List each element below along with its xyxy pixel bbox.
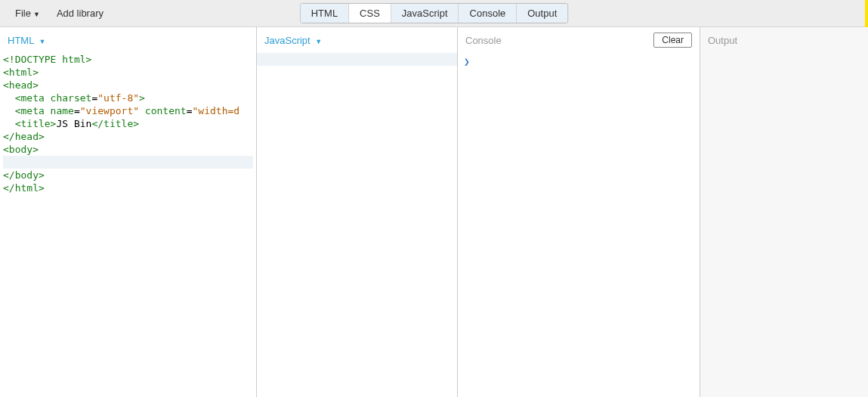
panel-javascript-header[interactable]: JavaScript ▼ <box>257 27 457 53</box>
file-menu[interactable]: File▼ <box>8 3 48 23</box>
add-library-label: Add library <box>57 8 103 19</box>
code-token: JS Bin <box>56 118 91 129</box>
code-token: <html> <box>3 67 39 78</box>
html-code: <!DOCTYPE html> <html> <head> <meta char… <box>0 53 256 194</box>
code-token: </title> <box>91 118 139 129</box>
file-menu-label: File <box>15 8 31 19</box>
code-token: "viewport" <box>80 105 139 116</box>
panel-javascript-title: JavaScript ▼ <box>264 35 322 46</box>
code-token: </body> <box>3 169 45 181</box>
panel-tabs: HTML CSS JavaScript Console Output <box>300 3 569 23</box>
toolbar-left: File▼ Add library <box>8 3 111 23</box>
output-frame <box>700 53 868 397</box>
panel-output-header: Output <box>700 27 868 53</box>
panel-output-title: Output <box>708 35 737 46</box>
right-edge-highlight <box>865 0 868 27</box>
tab-javascript[interactable]: JavaScript <box>391 4 459 23</box>
html-editor[interactable]: <!DOCTYPE html> <html> <head> <meta char… <box>0 53 256 397</box>
panel-javascript: JavaScript ▼ <box>257 27 458 397</box>
tab-console[interactable]: Console <box>459 4 517 23</box>
panel-output: Output <box>700 27 868 397</box>
code-token: <body> <box>3 144 39 155</box>
toolbar: File▼ Add library HTML CSS JavaScript Co… <box>0 0 868 27</box>
code-token: > <box>139 92 145 104</box>
tab-css[interactable]: CSS <box>349 4 391 23</box>
code-token: </head> <box>3 131 45 142</box>
code-token: <meta <box>15 105 45 116</box>
panel-html-title: HTML ▼ <box>8 35 45 46</box>
console-body[interactable]: ❯ <box>458 53 700 397</box>
chevron-down-icon: ▼ <box>33 11 40 18</box>
code-token: "utf-8" <box>97 92 139 104</box>
chevron-down-icon: ▼ <box>39 38 46 45</box>
code-token: </html> <box>3 182 45 194</box>
panel-console-header: Console Clear <box>458 27 700 53</box>
console-prompt-icon: ❯ <box>458 53 700 70</box>
code-token: "width=d <box>193 105 240 116</box>
code-token: <head> <box>3 79 39 91</box>
code-token: charset <box>45 92 92 104</box>
tab-output[interactable]: Output <box>517 4 567 23</box>
code-token: name <box>45 105 74 116</box>
add-library-button[interactable]: Add library <box>49 3 111 23</box>
clear-button[interactable]: Clear <box>653 33 692 48</box>
panel-console-title: Console <box>465 35 502 46</box>
code-token: <!DOCTYPE html> <box>3 54 91 65</box>
code-token: content <box>139 105 187 116</box>
code-token: <title> <box>15 118 57 129</box>
panels: HTML ▼ <!DOCTYPE html> <html> <head> <me… <box>0 27 868 397</box>
cursor-line <box>3 156 253 169</box>
panel-html: HTML ▼ <!DOCTYPE html> <html> <head> <me… <box>0 27 257 397</box>
panel-console: Console Clear ❯ <box>458 27 700 397</box>
tab-html[interactable]: HTML <box>301 4 349 23</box>
javascript-editor[interactable] <box>257 53 457 397</box>
chevron-down-icon: ▼ <box>315 38 322 45</box>
cursor-line <box>257 53 457 66</box>
code-token: <meta <box>15 92 45 104</box>
panel-html-header[interactable]: HTML ▼ <box>0 27 256 53</box>
